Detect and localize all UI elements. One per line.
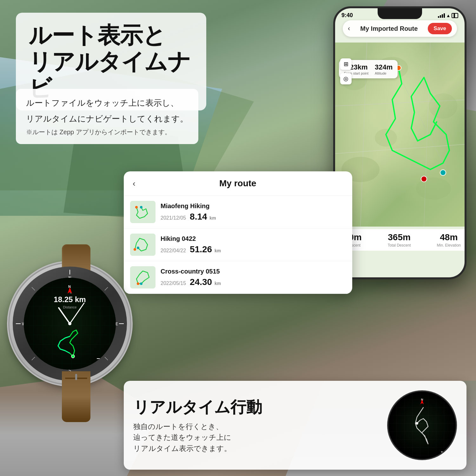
- svg-line-40: [70, 303, 84, 324]
- route-item-3[interactable]: Cross-country 0515 2022/05/15 24.30 km: [124, 261, 352, 294]
- layers-control[interactable]: ⊞: [340, 58, 352, 70]
- description-area: ルートファイルをウォッチ上に表示し、 リアルタイムにナビゲートしてくれます。 ※…: [16, 89, 198, 144]
- route-item-1[interactable]: Miaofeng Hiking 2021/12/05 8.14 km: [124, 196, 352, 228]
- description-line2: リアルタイムにナビゲートしてくれます。: [26, 112, 188, 126]
- svg-point-12: [421, 176, 427, 182]
- my-route-title: My route: [142, 178, 334, 188]
- bottom-stats-container: 380m Total Ascent 365m Total Descent: [335, 229, 465, 251]
- save-button[interactable]: Save: [428, 23, 452, 34]
- svg-rect-17: [130, 234, 155, 256]
- realtime-text: リアルタイム行動 独自のルートを行くとき、 辿ってきた道をウォッチ上に リアルタ…: [133, 397, 378, 454]
- phone-route-title: My Imported Route: [354, 25, 424, 32]
- my-route-panel: ‹ My route Miaofeng Hiking 2021/12/05 8.…: [124, 171, 352, 294]
- route-name-1: Miaofeng Hiking: [161, 202, 346, 210]
- my-route-header: ‹ My route: [124, 171, 352, 196]
- wifi-icon: ▲: [446, 13, 451, 18]
- mini-scale: 1km: [441, 452, 451, 455]
- route-distance-3: 24.30 km: [190, 277, 221, 287]
- svg-point-16: [140, 206, 142, 208]
- watch-hands-svg: [24, 278, 116, 370]
- route-meta-1: 2021/12/05 8.14 km: [161, 212, 346, 222]
- svg-point-19: [137, 247, 139, 249]
- min-elevation-label: Min. Elevation: [437, 243, 461, 248]
- watch-scale: 1km: [97, 358, 110, 363]
- mini-route-svg: [388, 392, 456, 459]
- watch-case: N S W E: [10, 263, 130, 384]
- mini-scale-label: 1km: [441, 453, 451, 455]
- scale-label: 1km: [97, 360, 110, 363]
- realtime-section: リアルタイム行動 独自のルートを行くとき、 辿ってきた道をウォッチ上に リアルタ…: [124, 381, 466, 470]
- back-button[interactable]: ‹: [348, 24, 350, 33]
- signal-bar-3: [442, 14, 443, 18]
- route-back-button[interactable]: ‹: [133, 179, 136, 188]
- route-name-2: Hiking 0422: [161, 235, 346, 242]
- svg-text:E: E: [116, 322, 118, 326]
- bottom-stats-row: 380m Total Ascent 365m Total Descent: [339, 232, 461, 248]
- route-info-1: Miaofeng Hiking 2021/12/05 8.14 km: [161, 202, 346, 222]
- total-descent-value: 365m: [388, 232, 411, 242]
- watch-container: N S W E: [10, 263, 143, 397]
- route-distance-1: 8.14 km: [190, 212, 216, 222]
- phone-top-bar: ‹ My Imported Route Save: [343, 20, 457, 37]
- realtime-title: リアルタイム行動: [133, 397, 378, 418]
- svg-line-39: [59, 308, 70, 324]
- content-layer: ルート表示とリアルタイムナビ ルートファイルをウォッチ上に表示し、 リアルタイム…: [0, 0, 476, 476]
- layers-icon: ⊞: [344, 61, 348, 68]
- signal-bar-4: [444, 13, 445, 18]
- route-meta-3: 2022/05/15 24.30 km: [161, 277, 346, 287]
- phone-screen: 9:40 ▲ ▌ ‹: [335, 8, 465, 277]
- status-icons: ▲ ▌: [438, 13, 458, 18]
- description-note: ※ルートは Zepp アプリからインポートできます。: [26, 128, 188, 136]
- status-time: 9:40: [341, 12, 353, 19]
- route-thumbnail-1: [130, 201, 155, 223]
- route-item-2[interactable]: Hiking 0422 2022/04/22 51.26 km: [124, 228, 352, 261]
- battery-icon: ▌: [452, 13, 458, 18]
- buckle-pin: [75, 374, 77, 380]
- route-date-3: 2022/05/15: [161, 281, 186, 286]
- altitude-label: Altitude: [375, 71, 393, 75]
- watch-display: N 18.25 km Di: [24, 278, 116, 370]
- min-elevation-value: 48m: [437, 232, 461, 242]
- phone-nav: ‹ My Imported Route Save: [335, 20, 465, 40]
- svg-point-18: [134, 248, 136, 251]
- route-date-2: 2022/04/22: [161, 248, 186, 254]
- phone-map: 9.23km From start point 324m Altitude ⊞: [335, 43, 465, 227]
- route-distance-2: 51.26 km: [190, 244, 221, 255]
- svg-point-13: [440, 170, 446, 175]
- signal-bar-1: [438, 16, 439, 18]
- total-descent-stat: 365m Total Descent: [388, 232, 411, 248]
- mini-scale-line: [441, 452, 451, 452]
- strap-bottom: [62, 371, 90, 422]
- watch-screen: N 18.25 km Di: [24, 278, 116, 370]
- route-name-3: Cross-country 0515: [161, 268, 346, 275]
- compass-icon: ◎: [343, 75, 348, 82]
- phone-notch: [378, 8, 422, 19]
- svg-point-41: [68, 322, 71, 325]
- svg-rect-14: [130, 201, 155, 223]
- phone-mockup: 9:40 ▲ ▌ ‹: [333, 6, 466, 279]
- realtime-desc: 独自のルートを行くとき、 辿ってきた道をウォッチ上に リアルタイム表示できます。: [133, 421, 378, 454]
- min-elevation-stat: 48m Min. Elevation: [437, 232, 461, 248]
- altitude-value: 324m: [375, 63, 393, 71]
- signal-bars-icon: [438, 13, 445, 18]
- altitude-stat: 324m Altitude: [375, 63, 393, 75]
- svg-point-44: [416, 422, 418, 425]
- phone-body: 9:40 ▲ ▌ ‹: [333, 6, 466, 279]
- route-date-1: 2021/12/05: [161, 215, 186, 221]
- mini-watch: N 1km: [387, 390, 457, 460]
- route-info-3: Cross-country 0515 2022/05/15 24.30 km: [161, 268, 346, 287]
- route-thumbnail-2: [130, 234, 155, 256]
- svg-point-15: [135, 206, 138, 208]
- total-descent-label: Total Descent: [388, 243, 411, 248]
- mini-watch-display: N 1km: [388, 392, 456, 459]
- signal-bar-2: [440, 15, 441, 18]
- scale-line: [97, 358, 110, 359]
- watch-bezel: N S W E: [13, 267, 127, 381]
- route-meta-2: 2022/04/22 51.26 km: [161, 244, 346, 255]
- description-line1: ルートファイルをウォッチ上に表示し、: [26, 96, 188, 110]
- compass-control[interactable]: ◎: [340, 73, 352, 84]
- route-info-2: Hiking 0422 2022/04/22 51.26 km: [161, 235, 346, 255]
